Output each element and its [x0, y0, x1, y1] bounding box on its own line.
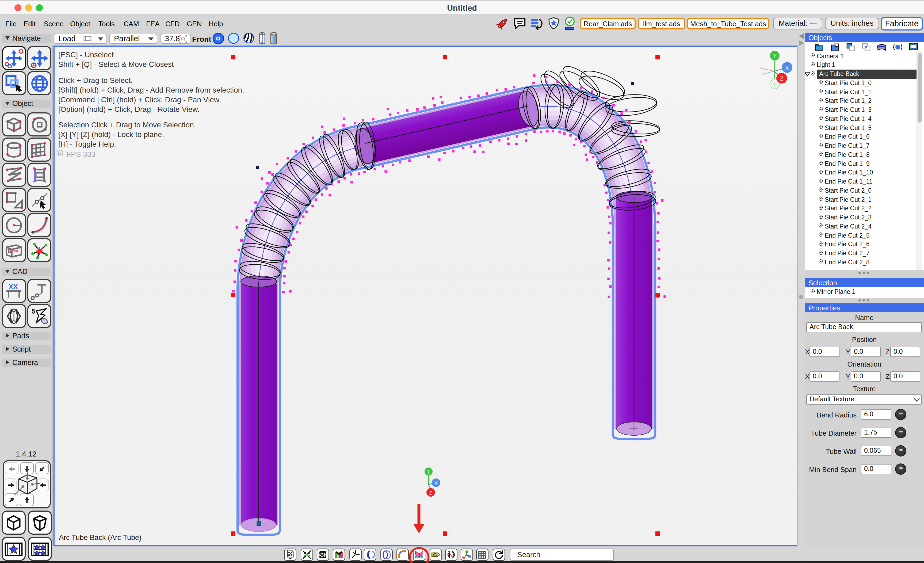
- svg-text:G: G: [433, 552, 437, 558]
- svg-text:Z: Z: [780, 75, 783, 82]
- svg-text:X: X: [785, 65, 789, 71]
- svg-text:Y: Y: [773, 82, 776, 88]
- svg-text:Z: Z: [429, 490, 432, 495]
- svg-text:Y: Y: [773, 53, 777, 59]
- svg-text:Y: Y: [427, 469, 430, 475]
- svg-text:XX: XX: [9, 282, 18, 291]
- svg-text:X: X: [435, 480, 438, 486]
- svg-text:Z: Z: [463, 556, 465, 559]
- svg-text:5: 5: [31, 307, 35, 315]
- svg-text:X: X: [469, 555, 471, 558]
- svg-text:Y: Y: [466, 550, 468, 553]
